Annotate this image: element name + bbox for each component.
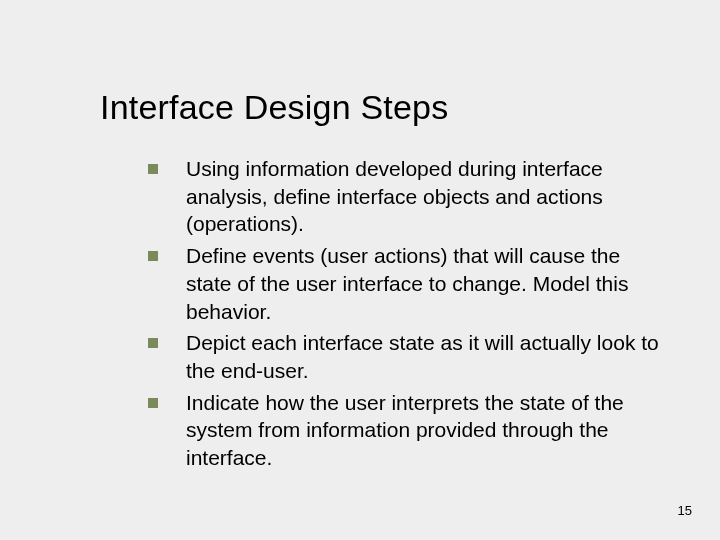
slide: Interface Design Steps Using information… [0, 0, 720, 540]
bullet-text: Using information developed during inter… [186, 155, 660, 238]
square-bullet-icon [148, 251, 158, 261]
slide-title: Interface Design Steps [100, 88, 660, 127]
list-item: Using information developed during inter… [148, 155, 660, 238]
bullet-text: Define events (user actions) that will c… [186, 242, 660, 325]
bullet-text: Depict each interface state as it will a… [186, 329, 660, 384]
square-bullet-icon [148, 164, 158, 174]
bullet-list: Using information developed during inter… [148, 155, 660, 472]
page-number: 15 [678, 503, 692, 518]
bullet-text: Indicate how the user interprets the sta… [186, 389, 660, 472]
square-bullet-icon [148, 338, 158, 348]
list-item: Indicate how the user interprets the sta… [148, 389, 660, 472]
list-item: Define events (user actions) that will c… [148, 242, 660, 325]
list-item: Depict each interface state as it will a… [148, 329, 660, 384]
square-bullet-icon [148, 398, 158, 408]
